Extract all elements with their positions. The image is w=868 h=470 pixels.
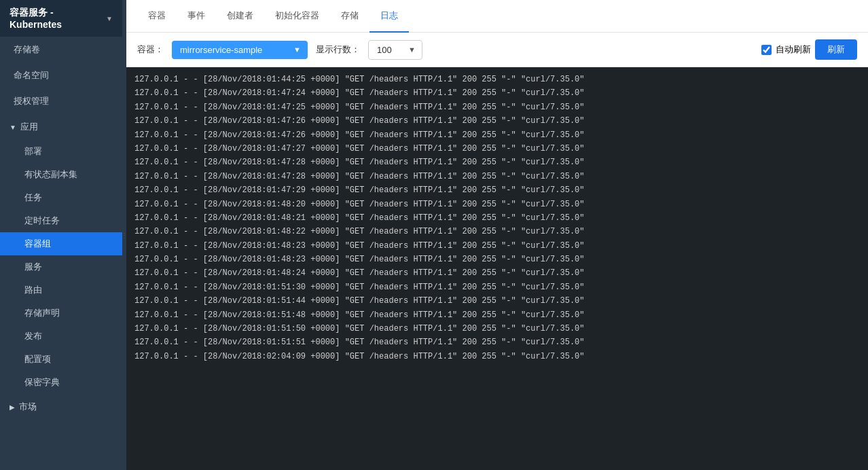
refresh-button[interactable]: 刷新 xyxy=(815,39,857,60)
tab-init-container[interactable]: 初始化容器 xyxy=(264,0,330,33)
log-line: 127.0.0.1 - - [28/Nov/2018:01:47:29 +000… xyxy=(134,183,860,197)
tab-container[interactable]: 容器 xyxy=(137,0,177,33)
sidebar-item-pod-group[interactable]: 容器组 xyxy=(0,232,122,255)
sidebar-title: 容器服务 - Kubernetes xyxy=(10,7,106,30)
tab-creator[interactable]: 创建者 xyxy=(216,0,264,33)
chevron-down-icon: ▼ xyxy=(106,15,113,22)
sidebar: 容器服务 - Kubernetes ▼ 存储卷 命名空间 授权管理 ▼ 应用 部… xyxy=(0,0,122,470)
sidebar-group-market-label: 市场 xyxy=(19,401,37,413)
sidebar-item-statefulset[interactable]: 有状态副本集 xyxy=(0,163,122,186)
log-line: 127.0.0.1 - - [28/Nov/2018:01:48:22 +000… xyxy=(134,225,860,238)
log-line: 127.0.0.1 - - [28/Nov/2018:01:47:28 +000… xyxy=(134,156,860,169)
log-line: 127.0.0.1 - - [28/Nov/2018:01:48:20 +000… xyxy=(134,198,860,211)
container-select[interactable]: mirrorservice-sample xyxy=(172,41,308,59)
row-select-wrap: 50100200500 ▼ xyxy=(368,40,422,60)
content-area: 容器 事件 创建者 初始化容器 存储 日志 容器： mirrorservice-… xyxy=(126,0,868,470)
arrow-right-icon: ▶ xyxy=(10,403,15,411)
log-line: 127.0.0.1 - - [28/Nov/2018:01:47:25 +000… xyxy=(134,101,860,114)
sidebar-group-market[interactable]: ▶ 市场 xyxy=(0,394,122,420)
log-line: 127.0.0.1 - - [28/Nov/2018:01:48:21 +000… xyxy=(134,211,860,225)
auto-refresh-wrap: 自动刷新 刷新 xyxy=(761,39,857,60)
sidebar-item-task[interactable]: 任务 xyxy=(0,186,122,209)
sidebar-item-pvc[interactable]: 存储声明 xyxy=(0,302,122,325)
rows-select[interactable]: 50100200500 xyxy=(368,40,422,60)
log-area[interactable]: 127.0.0.1 - - [28/Nov/2018:01:44:25 +000… xyxy=(126,67,868,470)
log-line: 127.0.0.1 - - [28/Nov/2018:01:51:50 +000… xyxy=(134,322,860,336)
log-line: 127.0.0.1 - - [28/Nov/2018:01:47:28 +000… xyxy=(134,170,860,183)
log-line: 127.0.0.1 - - [28/Nov/2018:01:48:24 +000… xyxy=(134,266,860,280)
log-line: 127.0.0.1 - - [28/Nov/2018:01:47:27 +000… xyxy=(134,142,860,156)
sidebar-item-auth[interactable]: 授权管理 xyxy=(0,88,122,114)
log-line: 127.0.0.1 - - [28/Nov/2018:01:44:25 +000… xyxy=(134,73,860,86)
sidebar-group-app[interactable]: ▼ 应用 xyxy=(0,114,122,140)
sidebar-item-deploy[interactable]: 部署 xyxy=(0,140,122,163)
log-line: 127.0.0.1 - - [28/Nov/2018:01:48:23 +000… xyxy=(134,253,860,266)
tab-log[interactable]: 日志 xyxy=(369,0,409,33)
sidebar-item-release[interactable]: 发布 xyxy=(0,325,122,348)
sidebar-group-app-label: 应用 xyxy=(20,121,38,133)
sidebar-header[interactable]: 容器服务 - Kubernetes ▼ xyxy=(0,0,122,37)
tab-storage[interactable]: 存储 xyxy=(330,0,369,33)
log-line: 127.0.0.1 - - [28/Nov/2018:01:48:23 +000… xyxy=(134,239,860,253)
container-label: 容器： xyxy=(137,43,164,56)
sidebar-item-route[interactable]: 路由 xyxy=(0,278,122,302)
controls-bar: 容器： mirrorservice-sample ▼ 显示行数： 5010020… xyxy=(126,33,868,67)
auto-refresh-checkbox[interactable] xyxy=(761,45,772,55)
sidebar-item-configmap[interactable]: 配置项 xyxy=(0,348,122,371)
log-line: 127.0.0.1 - - [28/Nov/2018:01:47:26 +000… xyxy=(134,114,860,128)
log-line: 127.0.0.1 - - [28/Nov/2018:01:51:48 +000… xyxy=(134,308,860,322)
rows-label: 显示行数： xyxy=(316,43,360,56)
log-line: 127.0.0.1 - - [28/Nov/2018:01:51:30 +000… xyxy=(134,281,860,294)
sidebar-item-storage[interactable]: 存储卷 xyxy=(0,37,122,62)
sidebar-item-secret[interactable]: 保密字典 xyxy=(0,371,122,394)
container-select-wrap: mirrorservice-sample ▼ xyxy=(172,41,308,59)
auto-refresh-label: 自动刷新 xyxy=(776,43,811,56)
sidebar-item-service[interactable]: 服务 xyxy=(0,255,122,278)
main-content: 容器 事件 创建者 初始化容器 存储 日志 容器： mirrorservice-… xyxy=(126,0,868,470)
log-line: 127.0.0.1 - - [28/Nov/2018:02:04:09 +000… xyxy=(134,350,860,363)
sidebar-section: 存储卷 命名空间 授权管理 ▼ 应用 部署 有状态副本集 任务 定时任务 容器组… xyxy=(0,37,122,420)
tabs-bar: 容器 事件 创建者 初始化容器 存储 日志 xyxy=(126,0,868,33)
tab-event[interactable]: 事件 xyxy=(177,0,216,33)
log-line: 127.0.0.1 - - [28/Nov/2018:01:47:24 +000… xyxy=(134,86,860,100)
log-line: 127.0.0.1 - - [28/Nov/2018:01:51:44 +000… xyxy=(134,294,860,308)
arrow-down-icon: ▼ xyxy=(10,124,16,131)
sidebar-item-cron[interactable]: 定时任务 xyxy=(0,209,122,232)
log-line: 127.0.0.1 - - [28/Nov/2018:01:51:51 +000… xyxy=(134,336,860,349)
sidebar-item-namespace[interactable]: 命名空间 xyxy=(0,62,122,88)
log-line: 127.0.0.1 - - [28/Nov/2018:01:47:26 +000… xyxy=(134,128,860,142)
